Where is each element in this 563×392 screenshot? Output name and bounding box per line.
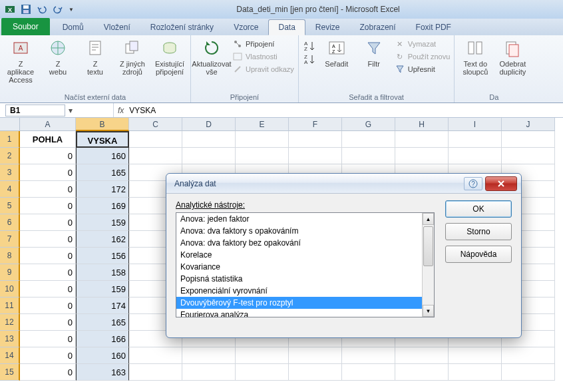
help-button[interactable]: Nápověda	[445, 246, 512, 263]
list-item[interactable]: Fourierova analýza	[176, 309, 422, 317]
cell[interactable]	[449, 131, 502, 148]
cell[interactable]	[129, 347, 182, 364]
text-to-columns-button[interactable]: Text do sloupců	[459, 37, 492, 76]
list-item[interactable]: Dvouvýběrový F-test pro rozptyl	[176, 297, 422, 309]
tab-formulas[interactable]: Vzorce	[224, 19, 268, 35]
tab-file[interactable]: Soubor	[1, 18, 50, 35]
cell[interactable]	[502, 364, 555, 381]
reapply-button[interactable]: ↻Použít znovu	[395, 51, 451, 62]
listbox-scrollbar[interactable]: ▲ ▼	[422, 213, 434, 317]
cell[interactable]	[236, 148, 289, 164]
row-header[interactable]: 5	[0, 198, 20, 214]
row-header[interactable]: 8	[0, 248, 20, 264]
tab-home[interactable]: Domů	[53, 19, 94, 35]
cell[interactable]: 0	[20, 231, 76, 248]
dialog-titlebar[interactable]: Analýza dat ?	[166, 174, 521, 194]
cell[interactable]	[342, 347, 395, 364]
cell[interactable]	[182, 131, 236, 148]
cell[interactable]: 162	[76, 231, 129, 248]
cell[interactable]: 174	[76, 297, 129, 314]
cell[interactable]: 0	[20, 264, 76, 281]
list-item[interactable]: Korelace	[176, 249, 422, 261]
tab-foxit[interactable]: Foxit PDF	[406, 19, 461, 35]
cell[interactable]: 0	[20, 248, 76, 264]
scroll-up-icon[interactable]: ▲	[423, 213, 434, 225]
sort-desc-button[interactable]: ZA	[303, 53, 316, 65]
save-icon[interactable]	[19, 2, 33, 17]
select-all-corner[interactable]	[0, 118, 20, 131]
list-item[interactable]: Popisná statistika	[176, 273, 422, 285]
cell[interactable]: 166	[76, 331, 129, 347]
from-other-button[interactable]: Z jiných zdrojů	[116, 37, 149, 76]
row-header[interactable]: 15	[0, 364, 20, 381]
cell[interactable]	[342, 148, 395, 164]
connections-button[interactable]: Připojení	[232, 39, 294, 49]
cell[interactable]: 160	[76, 148, 129, 164]
dialog-help-icon[interactable]: ?	[464, 177, 482, 190]
cell[interactable]	[395, 148, 449, 164]
qat-dropdown-icon[interactable]: ▼	[67, 2, 76, 17]
col-header-F[interactable]: F	[289, 118, 342, 131]
row-header[interactable]: 4	[0, 181, 20, 198]
row-header[interactable]: 7	[0, 231, 20, 248]
cell[interactable]	[395, 131, 449, 148]
cell[interactable]: 0	[20, 214, 76, 231]
redo-icon[interactable]	[51, 2, 65, 17]
properties-button[interactable]: Vlastnosti	[232, 51, 294, 62]
edit-links-button[interactable]: Upravit odkazy	[232, 64, 294, 75]
row-header[interactable]: 13	[0, 331, 20, 347]
cell[interactable]: 165	[76, 164, 129, 181]
cell[interactable]: 0	[20, 164, 76, 181]
tab-review[interactable]: Revize	[305, 19, 350, 35]
cell[interactable]: 0	[20, 148, 76, 164]
clear-filter-button[interactable]: ✕Vymazat	[395, 39, 451, 49]
row-header[interactable]: 14	[0, 347, 20, 364]
cell[interactable]	[236, 364, 289, 381]
scroll-thumb[interactable]	[423, 226, 433, 266]
cell[interactable]	[236, 347, 289, 364]
cell[interactable]: 165	[76, 314, 129, 331]
list-item[interactable]: Anova: dva faktory s opakováním	[176, 225, 422, 237]
row-header[interactable]: 10	[0, 281, 20, 297]
cell[interactable]	[289, 347, 342, 364]
excel-icon[interactable]: X	[3, 2, 17, 17]
cell[interactable]	[449, 148, 502, 164]
tools-listbox[interactable]: Anova: jeden faktorAnova: dva faktory s …	[176, 212, 435, 317]
sort-asc-button[interactable]: AZ	[303, 40, 316, 52]
cell[interactable]	[182, 347, 236, 364]
cell[interactable]: 0	[20, 331, 76, 347]
cell[interactable]	[289, 148, 342, 164]
from-web-button[interactable]: Z webu	[41, 37, 75, 76]
cell[interactable]	[129, 364, 182, 381]
cell[interactable]: 0	[20, 198, 76, 214]
cell[interactable]: POHLA	[20, 131, 76, 148]
cell[interactable]	[182, 148, 236, 164]
cell[interactable]	[289, 131, 342, 148]
cell[interactable]	[236, 131, 289, 148]
fx-label[interactable]: fx	[118, 106, 124, 115]
col-header-H[interactable]: H	[395, 118, 449, 131]
row-header[interactable]: 3	[0, 164, 20, 181]
cell[interactable]: 159	[76, 214, 129, 231]
cell[interactable]	[129, 131, 182, 148]
row-header[interactable]: 12	[0, 314, 20, 331]
row-header[interactable]: 1	[0, 131, 20, 148]
col-header-E[interactable]: E	[236, 118, 289, 131]
filter-button[interactable]: Filtr	[357, 37, 391, 68]
scroll-down-icon[interactable]: ▼	[423, 305, 434, 317]
refresh-all-button[interactable]: Aktualizovat vše	[195, 37, 228, 76]
cancel-button[interactable]: Storno	[445, 223, 512, 240]
cell[interactable]	[395, 364, 449, 381]
undo-icon[interactable]	[35, 2, 49, 17]
list-item[interactable]: Anova: jeden faktor	[176, 213, 422, 225]
cell[interactable]	[502, 148, 555, 164]
cell[interactable]	[289, 364, 342, 381]
tab-view[interactable]: Zobrazení	[350, 19, 406, 35]
cell[interactable]	[342, 131, 395, 148]
cell[interactable]: 0	[20, 181, 76, 198]
cell[interactable]: 158	[76, 264, 129, 281]
col-header-B[interactable]: B	[76, 118, 129, 131]
cell[interactable]: 156	[76, 248, 129, 264]
list-item[interactable]: Anova: dva faktory bez opakování	[176, 237, 422, 249]
cell[interactable]: VYSKA	[76, 131, 129, 148]
